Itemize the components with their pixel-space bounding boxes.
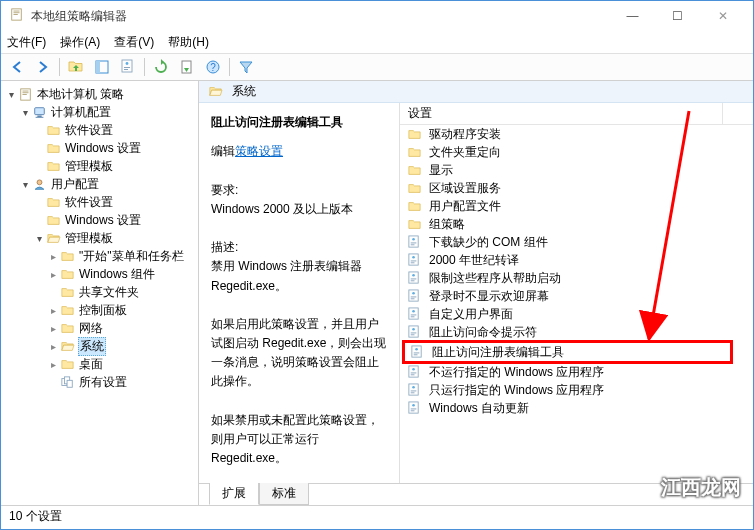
tree-all-settings[interactable]: 所有设置: [1, 373, 198, 391]
setting-title: 阻止访问注册表编辑工具: [211, 113, 389, 132]
list-setting-item[interactable]: 登录时不显示欢迎屏幕: [400, 287, 753, 305]
description-p1: 禁用 Windows 注册表编辑器 Regedit.exe。: [211, 257, 389, 295]
setting-icon: [406, 252, 422, 268]
setting-icon: [406, 400, 422, 416]
folder-icon: [406, 126, 422, 142]
tab-extended[interactable]: 扩展: [209, 483, 259, 505]
folder-icon: [207, 84, 223, 100]
list-folder-item[interactable]: 显示: [400, 161, 753, 179]
right-header: 系统: [199, 81, 753, 103]
setting-icon: [406, 306, 422, 322]
tree-uc-software[interactable]: 软件设置: [1, 193, 198, 211]
show-hide-tree-button[interactable]: [90, 56, 114, 78]
titlebar: 本地组策略编辑器 — ☐ ✕: [1, 1, 753, 31]
right-pane: 系统 阻止访问注册表编辑工具 编辑策略设置 要求: Windows 2000 及…: [199, 81, 753, 505]
help-button[interactable]: ?: [201, 56, 225, 78]
filter-button[interactable]: [234, 56, 258, 78]
setting-icon: [409, 344, 425, 360]
main-area: ▾本地计算机 策略 ▾计算机配置 软件设置 Windows 设置 管理模板 ▾用…: [1, 81, 753, 505]
tree-win-components[interactable]: ▸Windows 组件: [1, 265, 198, 283]
tree-user-config[interactable]: ▾用户配置: [1, 175, 198, 193]
menu-file[interactable]: 文件(F): [7, 34, 46, 51]
list-folder-item[interactable]: 组策略: [400, 215, 753, 233]
list-folder-item[interactable]: 用户配置文件: [400, 197, 753, 215]
tabs-bar: 扩展 标准: [199, 483, 753, 505]
app-icon: [9, 8, 25, 24]
tree-computer-config[interactable]: ▾计算机配置: [1, 103, 198, 121]
description-label: 描述:: [211, 238, 389, 257]
requirements-label: 要求:: [211, 181, 389, 200]
tree-network[interactable]: ▸网络: [1, 319, 198, 337]
forward-button[interactable]: [31, 56, 55, 78]
folder-icon: [406, 162, 422, 178]
statusbar: 10 个设置: [1, 505, 753, 527]
setting-icon: [406, 270, 422, 286]
tree-root[interactable]: ▾本地计算机 策略: [1, 85, 198, 103]
properties-button[interactable]: [116, 56, 140, 78]
back-button[interactable]: [5, 56, 29, 78]
tree-uc-admin[interactable]: ▾管理模板: [1, 229, 198, 247]
list-setting-item[interactable]: 不运行指定的 Windows 应用程序: [400, 363, 753, 381]
list-setting-item[interactable]: 阻止访问命令提示符: [400, 323, 753, 341]
list-setting-item[interactable]: 2000 年世纪转译: [400, 251, 753, 269]
list-folder-item[interactable]: 驱动程序安装: [400, 125, 753, 143]
setting-icon: [406, 324, 422, 340]
close-button[interactable]: ✕: [700, 1, 745, 31]
tree-desktop[interactable]: ▸桌面: [1, 355, 198, 373]
description-p2: 如果启用此策略设置，并且用户试图启动 Regedit.exe，则会出现一条消息，…: [211, 315, 389, 392]
menu-help[interactable]: 帮助(H): [168, 34, 209, 51]
folder-icon: [406, 180, 422, 196]
edit-policy-link[interactable]: 策略设置: [235, 144, 283, 158]
tab-standard[interactable]: 标准: [259, 483, 309, 505]
minimize-button[interactable]: —: [610, 1, 655, 31]
list-setting-item[interactable]: 只运行指定的 Windows 应用程序: [400, 381, 753, 399]
tree-uc-windows[interactable]: Windows 设置: [1, 211, 198, 229]
tree-system[interactable]: ▸系统: [1, 337, 198, 355]
folder-icon: [406, 198, 422, 214]
folder-icon: [406, 216, 422, 232]
refresh-button[interactable]: [149, 56, 173, 78]
tree-start-taskbar[interactable]: ▸"开始"菜单和任务栏: [1, 247, 198, 265]
tree-pane[interactable]: ▾本地计算机 策略 ▾计算机配置 软件设置 Windows 设置 管理模板 ▾用…: [1, 81, 199, 505]
tree-cc-admin[interactable]: 管理模板: [1, 157, 198, 175]
setting-icon: [406, 234, 422, 250]
up-folder-button[interactable]: [64, 56, 88, 78]
list-setting-item[interactable]: 自定义用户界面: [400, 305, 753, 323]
list-header[interactable]: 设置: [400, 103, 753, 125]
window-title: 本地组策略编辑器: [31, 8, 610, 25]
menu-action[interactable]: 操作(A): [60, 34, 100, 51]
menu-view[interactable]: 查看(V): [114, 34, 154, 51]
menubar: 文件(F) 操作(A) 查看(V) 帮助(H): [1, 31, 753, 53]
tree-shared-folders[interactable]: 共享文件夹: [1, 283, 198, 301]
setting-icon: [406, 288, 422, 304]
tree-control-panel[interactable]: ▸控制面板: [1, 301, 198, 319]
folder-icon: [406, 144, 422, 160]
svg-rect-16: [96, 61, 100, 73]
tree-cc-windows[interactable]: Windows 设置: [1, 139, 198, 157]
list-setting-item-highlighted[interactable]: 阻止访问注册表编辑工具: [402, 340, 733, 364]
right-header-title: 系统: [232, 83, 256, 100]
list-folder-item[interactable]: 区域设置服务: [400, 179, 753, 197]
list-setting-item[interactable]: Windows 自动更新: [400, 399, 753, 417]
setting-icon: [406, 382, 422, 398]
description-pane: 阻止访问注册表编辑工具 编辑策略设置 要求: Windows 2000 及以上版…: [199, 103, 399, 483]
setting-icon: [406, 364, 422, 380]
status-text: 10 个设置: [9, 508, 62, 525]
list-folder-item[interactable]: 文件夹重定向: [400, 143, 753, 161]
requirements-value: Windows 2000 及以上版本: [211, 200, 389, 219]
maximize-button[interactable]: ☐: [655, 1, 700, 31]
export-button[interactable]: [175, 56, 199, 78]
tree-cc-software[interactable]: 软件设置: [1, 121, 198, 139]
description-p3: 如果禁用或未配置此策略设置，则用户可以正常运行 Regedit.exe。: [211, 411, 389, 469]
svg-text:?: ?: [210, 62, 216, 73]
settings-list[interactable]: 设置 驱动程序安装文件夹重定向显示区域设置服务用户配置文件组策略下载缺少的 CO…: [399, 103, 753, 483]
toolbar: ?: [1, 53, 753, 81]
list-setting-item[interactable]: 下载缺少的 COM 组件: [400, 233, 753, 251]
list-setting-item[interactable]: 限制这些程序从帮助启动: [400, 269, 753, 287]
